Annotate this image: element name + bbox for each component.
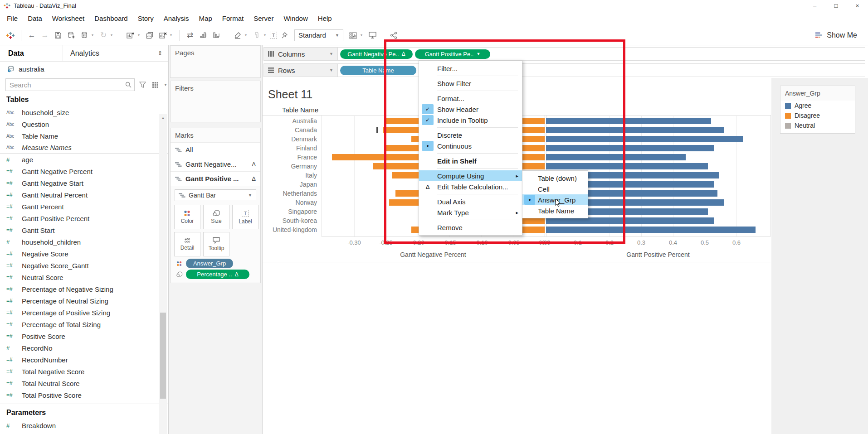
- redo-icon[interactable]: →: [39, 29, 51, 42]
- bar-agree-south-korea[interactable]: [546, 217, 714, 224]
- field-gantt-negative-percent[interactable]: =#Gantt Negative Percent: [0, 165, 168, 177]
- row-header-italy[interactable]: Italy: [263, 171, 317, 180]
- pill-table-name[interactable]: Table Name: [340, 66, 416, 75]
- menu-item-format[interactable]: Format...: [419, 93, 522, 104]
- show-me-button[interactable]: Show Me: [815, 31, 863, 39]
- show-hide-cards-caret[interactable]: ▾: [361, 33, 365, 37]
- field-gantt-negative-start[interactable]: =#Gantt Negative Start: [0, 177, 168, 189]
- tooltip-button[interactable]: Tooltip: [203, 232, 229, 256]
- fields-scrollbar[interactable]: ▲ ▼: [159, 114, 167, 434]
- submenu-item-table-down[interactable]: Table (down): [522, 173, 588, 183]
- row-header-singapore[interactable]: Singapore: [263, 207, 317, 216]
- bar-agree-denmark[interactable]: [546, 136, 743, 142]
- field-negative-score[interactable]: =#Negative Score: [0, 248, 168, 260]
- marks-layer-all[interactable]: AllΔ: [171, 142, 260, 157]
- clear-sheet-icon[interactable]: [157, 29, 169, 42]
- menu-item-edit-table-calculation[interactable]: ΔEdit Table Calculation...: [419, 181, 522, 192]
- share-workbook-icon[interactable]: [388, 29, 400, 42]
- row-header-title[interactable]: Table Name: [272, 106, 329, 114]
- field-neutral-score[interactable]: =#Neutral Score: [0, 271, 168, 283]
- row-header-japan[interactable]: Japan: [263, 180, 317, 189]
- show-mark-labels-icon[interactable]: T: [270, 32, 277, 39]
- minimize-button[interactable]: –: [804, 0, 825, 11]
- submenu-item-table-name[interactable]: Table Name: [522, 205, 588, 216]
- menu-item-filter[interactable]: Filter...: [419, 63, 522, 74]
- field-positive-score[interactable]: =#Positive Score: [0, 330, 168, 342]
- show-hide-cards-icon[interactable]: [347, 29, 359, 42]
- field-table-name[interactable]: AbcTable Name: [0, 130, 168, 142]
- field-gantt-positive-percent[interactable]: =#Gantt Positive Percent: [0, 212, 168, 224]
- field-recordnumber[interactable]: =#RecordNumber: [0, 354, 168, 366]
- menubar-dashboard[interactable]: Dashboard: [89, 14, 132, 22]
- highlight-icon[interactable]: [232, 29, 244, 42]
- field-gantt-neutral-percent[interactable]: =#Gantt Neutral Percent: [0, 189, 168, 201]
- pill-gantt-positive-percent[interactable]: Gantt Positive Pe..▼: [415, 49, 490, 59]
- menu-item-show-filter[interactable]: Show Filter: [419, 78, 522, 89]
- field-percentage-of-positive-sizing[interactable]: =#Percentage of Positive Sizing: [0, 307, 168, 318]
- field-percentage-of-neutral-sizing[interactable]: =#Percentage of Neutral Sizing: [0, 295, 168, 307]
- menu-item-edit-in-shelf[interactable]: Edit in Shelf: [419, 155, 522, 166]
- scrollbar-thumb[interactable]: [160, 313, 166, 399]
- legend-item-agree[interactable]: Agree: [780, 101, 855, 111]
- new-worksheet-caret[interactable]: ▾: [138, 33, 142, 37]
- field-household-children[interactable]: #household_children: [0, 236, 168, 248]
- clear-sheet-caret[interactable]: ▾: [170, 33, 175, 37]
- field-total-neutral-score[interactable]: =#Total Neutral Score: [0, 377, 168, 389]
- label-button[interactable]: T Label: [232, 205, 258, 229]
- menubar-server[interactable]: Server: [249, 14, 278, 22]
- field-total-positive-score[interactable]: =#Total Positive Score: [0, 389, 168, 401]
- panel-collapse-icon[interactable]: ⇕: [152, 45, 168, 61]
- view-options-caret[interactable]: ▼: [163, 79, 168, 90]
- menubar-window[interactable]: Window: [278, 14, 312, 22]
- fit-selector[interactable]: Standard ▼: [294, 29, 343, 41]
- filter-fields-icon[interactable]: [137, 79, 147, 90]
- menubar-help[interactable]: Help: [313, 14, 337, 22]
- menubar-file[interactable]: File: [2, 14, 23, 22]
- field-negative-score-gantt[interactable]: =#Negative Score_Gantt: [0, 260, 168, 271]
- field-question[interactable]: AbcQuestion: [0, 118, 168, 130]
- field-gantt-start[interactable]: =#Gantt Start: [0, 224, 168, 236]
- marks-layer-gantt-positive[interactable]: Gantt Positive ...Δ: [171, 171, 260, 186]
- menu-item-remove[interactable]: Remove: [419, 222, 522, 233]
- color-button[interactable]: Color: [174, 205, 200, 229]
- group-members-caret[interactable]: ▾: [264, 33, 268, 37]
- field-recordno[interactable]: #RecordNo: [0, 342, 168, 354]
- pill-gantt-negative-percent[interactable]: Gantt Negative Pe..Δ: [340, 49, 413, 59]
- menubar-analysis[interactable]: Analysis: [159, 14, 194, 22]
- bar-agree-france[interactable]: [546, 154, 686, 160]
- close-button[interactable]: ×: [847, 0, 868, 11]
- detail-button[interactable]: Detail: [174, 232, 200, 256]
- new-worksheet-icon[interactable]: [125, 29, 137, 42]
- menubar-format[interactable]: Format: [217, 14, 249, 22]
- menubar-story[interactable]: Story: [133, 14, 159, 22]
- field-household-size[interactable]: Abchousehold_size: [0, 106, 168, 118]
- legend-item-neutral[interactable]: Neutral: [780, 121, 855, 130]
- group-members-icon[interactable]: [251, 29, 263, 42]
- sort-descending-icon[interactable]: [210, 29, 222, 42]
- pause-auto-updates-caret[interactable]: ▾: [92, 33, 96, 37]
- maximize-button[interactable]: □: [825, 0, 847, 11]
- row-header-finland[interactable]: Finland: [263, 144, 317, 153]
- menubar-data[interactable]: Data: [23, 14, 47, 22]
- bar-agree-finland[interactable]: [546, 145, 714, 151]
- pause-auto-updates-icon[interactable]: [78, 29, 90, 42]
- row-header-netherlands[interactable]: Netherlands: [263, 189, 317, 198]
- row-header-norway[interactable]: Norway: [263, 198, 317, 207]
- save-icon[interactable]: [52, 29, 64, 42]
- sort-ascending-icon[interactable]: [197, 29, 209, 42]
- gantt-start-mark-canada[interactable]: [376, 127, 378, 133]
- row-header-denmark[interactable]: Denmark: [263, 135, 317, 144]
- highlight-caret[interactable]: ▾: [245, 33, 249, 37]
- datasource-row[interactable]: australia: [0, 62, 168, 76]
- run-auto-updates-icon[interactable]: ↻: [98, 29, 109, 42]
- menubar-map[interactable]: Map: [194, 14, 217, 22]
- duplicate-sheet-icon[interactable]: [144, 29, 156, 42]
- swap-rows-and-columns-icon[interactable]: ⇄: [184, 29, 196, 42]
- row-header-france[interactable]: France: [263, 153, 317, 162]
- submenu-item-cell[interactable]: Cell: [522, 183, 588, 194]
- presentation-mode-icon[interactable]: [366, 29, 378, 42]
- fix-axes-icon[interactable]: [278, 29, 290, 42]
- field-total-negative-score[interactable]: =#Total Negative Score: [0, 366, 168, 377]
- menubar-worksheet[interactable]: Worksheet: [47, 14, 89, 22]
- field-percentage-of-negative-sizing[interactable]: =#Percentage of Negative Sizing: [0, 283, 168, 295]
